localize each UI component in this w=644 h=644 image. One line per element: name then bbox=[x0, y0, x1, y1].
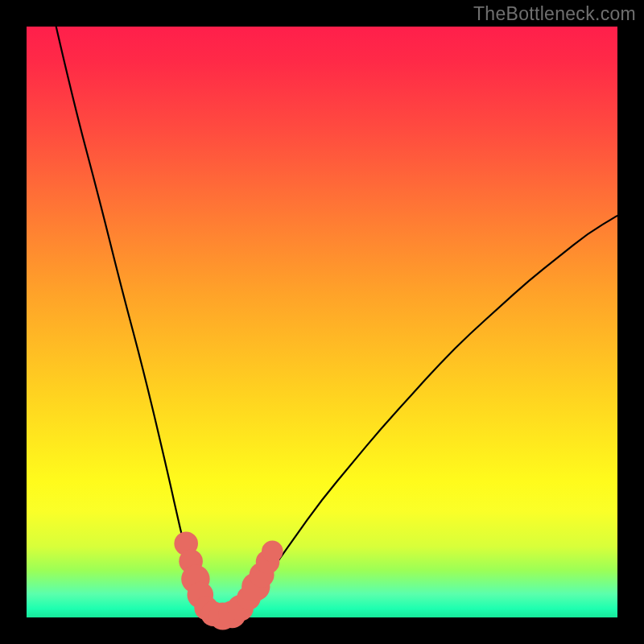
highlight-markers bbox=[174, 532, 283, 630]
marker-dot bbox=[262, 541, 283, 563]
watermark-text: TheBottleneck.com bbox=[473, 3, 636, 25]
curve-layer bbox=[27, 27, 617, 617]
plot-area bbox=[27, 27, 617, 617]
bottleneck-curve bbox=[56, 27, 617, 617]
chart-frame: TheBottleneck.com bbox=[0, 0, 644, 644]
